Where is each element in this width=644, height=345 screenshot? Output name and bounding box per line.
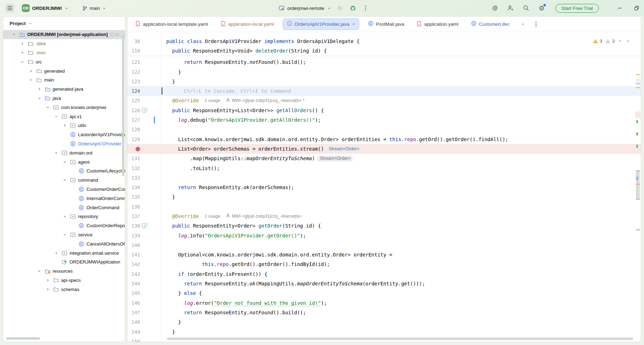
tree-item-orderjmwiapplication[interactable]: ORDERJMWIApplication [3,258,125,267]
code-line[interactable]: 144 return ResponseEntity.ok(MappingUtil… [127,279,641,288]
breakpoint-icon[interactable] [136,147,140,151]
line-number[interactable]: 144 [127,281,140,286]
ai-assistant-button[interactable]: @ [491,4,499,12]
tree-item-agent[interactable]: agent [3,157,125,167]
tree-item-customerordercomma[interactable]: CCustomerOrderComma [3,185,125,194]
tree-item-customorderrepositor[interactable]: CCustomOrderRepositor [3,221,125,230]
chevron-down-icon[interactable] [54,151,62,155]
line-number[interactable]: 38 [127,38,140,44]
code-line[interactable]: List<Order> orderSchemas = orderEntities… [127,144,641,153]
tree-item-lastorderapiv1provider[interactable]: CLastorderApiV1Provider [3,130,125,139]
code-line[interactable]: 136 [127,202,641,211]
tree-item-service[interactable]: service [3,230,125,240]
tree-item-cancelallordersofcust[interactable]: CCancelAllOrdersOfCust [3,239,125,248]
usages-hint[interactable]: 1 usage [205,98,220,103]
code-line[interactable]: 146 log.error("Order not found with the … [127,298,641,308]
line-number[interactable]: 149 [127,329,140,335]
chevron-right-icon[interactable] [20,50,28,55]
chevron-down-icon[interactable] [29,78,36,82]
line-number[interactable]: 145 [127,290,140,296]
code-line[interactable]: 121 return ResponseEntity.notFound().bui… [127,58,641,67]
code-line[interactable]: 142 this.repo.getOrd().getOrder().findBy… [127,260,641,269]
code-line[interactable]: 129 List<com.knowis.orderjmwi.sdk.domain… [127,134,641,144]
line-number[interactable]: 141 [127,252,140,258]
line-number[interactable]: 138 [127,223,140,229]
code-line[interactable]: 38public class OrdersApiV1Provider imple… [127,36,641,46]
editor-area[interactable]: 38public class OrdersApiV1Provider imple… [127,32,641,342]
inspections-widget[interactable]: 3 3 [593,38,630,44]
run-configuration-selector[interactable]: orderjmwi-remote [279,6,331,11]
code-line[interactable]: 143 if (orderEntity.isPresent()) { [127,269,641,279]
tree-item--mvn[interactable]: .mvn [3,48,125,58]
chevron-right-icon[interactable] [37,87,45,91]
chevron-down-icon[interactable] [37,269,45,273]
tree-item-command[interactable]: command [3,176,125,185]
project-widget[interactable]: OR ORDERJMWI [22,4,69,12]
code-line[interactable]: 110 public ResponseEntity<Void> deleteOr… [127,46,641,55]
code-line[interactable]: 123 } [127,77,641,86]
chevron-down-icon[interactable] [12,32,19,37]
line-number[interactable]: 131 [127,156,140,161]
window-minimize-button[interactable] [616,4,624,12]
line-number[interactable]: 133 [127,175,140,181]
close-icon[interactable]: × [353,22,355,27]
warnings-weak-group[interactable]: 3 [605,38,615,44]
chevron-down-icon[interactable] [46,105,53,110]
chevron-right-icon[interactable] [46,287,53,292]
line-number[interactable]: 135 [127,194,140,200]
tree-item-api-specs[interactable]: api-specs [3,276,125,285]
project-tree-horizontal-scrollbar[interactable] [6,337,40,340]
chevron-right-icon[interactable] [29,69,36,73]
code-line[interactable]: 149 } [127,327,641,337]
code-line[interactable]: 125 @Override1 usageMWi <glpat-zsbp31jcc… [127,96,641,105]
code-line[interactable]: 135 } [127,192,641,202]
code-line[interactable]: 147 return ResponseEntity.notFound().bui… [127,308,641,317]
code-line[interactable]: 127 log.debug("OrdersApiV1Provider.getAl… [127,115,641,125]
project-panel-header[interactable]: Project [3,17,125,30]
line-number[interactable]: 150 [127,339,140,342]
code-line[interactable]: 139 log.info("OrdersApiV1Provider.getOrd… [127,231,641,240]
tree-item-domain-ord[interactable]: domain.ord [3,148,125,157]
settings-button[interactable]: ⚙ [538,4,546,12]
line-number[interactable]: 136 [127,204,140,210]
tree-item-customerlifecycleever[interactable]: CCustomerLifecycleEver [3,167,125,176]
tree-item-generated[interactable]: generated [3,66,125,75]
tree-item-repository[interactable]: repository [3,212,125,221]
chevron-down-icon[interactable] [62,214,70,219]
code-line[interactable]: 141 Optional<com.knowis.orderjmwi.sdk.do… [127,250,641,260]
tree-item-ordercommand[interactable]: COrderCommand [3,203,125,212]
code-line[interactable]: 122 } [127,67,641,77]
chevron-right-icon[interactable] [62,123,70,128]
tree-item-generated-java[interactable]: generated-java [3,85,125,94]
tab-postmail-java[interactable]: CPostMail.java [364,19,408,30]
line-number[interactable]: 143 [127,271,140,277]
tree-item-integration-email-service[interactable]: integration.email.service [3,248,125,258]
tab-list-dropdown-button[interactable] [518,20,527,29]
tree-item-com-knowis-orderjmwi[interactable]: com.knowis.orderjmwi [3,103,125,112]
code-line[interactable]: 148 } [127,317,641,327]
line-number[interactable]: 137 [127,213,140,219]
main-menu-button[interactable] [5,3,15,13]
line-number[interactable]: 124 [127,88,140,94]
editor-horizontal-scrollbar[interactable] [167,338,633,340]
tree-item-src[interactable]: src [3,57,125,66]
tree-item-api-v1[interactable]: api.v1 [3,112,125,121]
chevron-down-icon[interactable] [54,114,62,119]
line-number[interactable]: 123 [127,79,140,84]
tab-application-local-yaml[interactable]: yapplication-local.yaml [217,19,278,30]
tab-customerlifec[interactable]: CCustomerLifec [467,19,513,30]
vcs-branch-widget[interactable]: main [82,6,107,11]
usages-hint[interactable]: 1 usage [205,214,220,219]
editor-vertical-scrollbar-thumb[interactable] [636,171,640,199]
code-line[interactable]: 126I↑ public ResponseEntity<List<Order>>… [127,105,641,115]
chevron-down-icon[interactable] [62,160,70,164]
tree-item--idea[interactable]: .idea [3,39,125,48]
search-everywhere-button[interactable] [522,4,530,12]
tab-application-yaml[interactable]: yapplication.yaml [413,19,462,30]
code-line[interactable]: 128 [127,125,641,134]
line-number[interactable]: 128 [127,127,140,132]
warnings-strong-group[interactable]: 3 [593,38,602,44]
start-free-trial-button[interactable]: Start Free Trial [555,4,599,13]
window-restore-button[interactable] [633,4,640,12]
line-number[interactable]: 126 [127,108,140,113]
